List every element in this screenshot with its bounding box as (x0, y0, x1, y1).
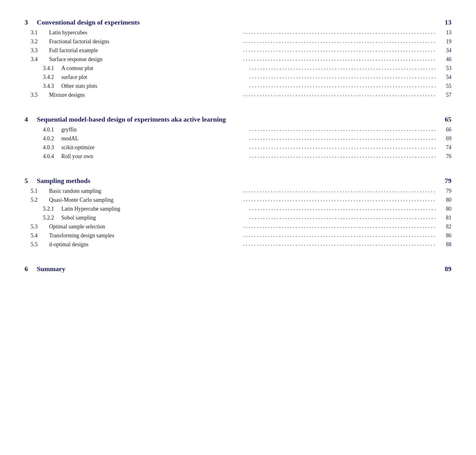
entry-5-1-page: 79 (439, 188, 451, 194)
entry-5-5-title: d-optimal designs (49, 241, 241, 248)
toc-entry-3-2: 3.2 Fractional factorial designs 19 (25, 38, 451, 45)
entry-4-0-1-page: 66 (439, 126, 451, 133)
toc-entry-4-0-1: 4.0.1 gryffin 66 (25, 126, 451, 133)
chapter-5-heading: 5 Sampling methods 79 (25, 177, 451, 185)
chapter-6-title: Summary (37, 265, 439, 273)
entry-4-0-4-page: 76 (439, 153, 451, 160)
entry-5-3-title: Optimal sample selection (49, 224, 241, 230)
chapter-4-title: Sequential model-based design of experim… (37, 115, 439, 123)
entry-4-0-3-page: 74 (439, 144, 451, 151)
entry-3-4-1-page: 53 (439, 65, 451, 72)
toc-entry-5-2-1: 5.2.1 Latin Hypercube sampling 80 (25, 206, 451, 212)
entry-3-4-3-title: Other stats plots (61, 83, 248, 89)
entry-4-0-2-num: 4.0.2 (25, 135, 61, 142)
toc-entry-3-4: 3.4 Surface response design 46 (25, 56, 451, 63)
entry-3-4-3-page: 55 (439, 83, 451, 89)
entry-3-4-3-num: 3.4.3 (25, 83, 61, 89)
toc-entry-3-4-3: 3.4.3 Other stats plots 55 (25, 83, 451, 89)
entry-3-1-page: 13 (439, 29, 451, 36)
toc-entry-5-2: 5.2 Quasi-Monte Carlo sampling 80 (25, 197, 451, 203)
chapter-5-title: Sampling methods (37, 177, 439, 185)
entry-3-4-num: 3.4 (25, 56, 49, 63)
entry-3-3-num: 3.3 (25, 47, 49, 54)
chapter-6-page: 89 (445, 265, 451, 273)
entry-5-2-2-dots (249, 214, 436, 220)
entry-3-1-dots (243, 29, 436, 35)
chapter-3-page: 13 (445, 18, 451, 26)
entry-5-2-title: Quasi-Monte Carlo sampling (49, 197, 241, 203)
toc-chapter-6: 6 Summary 89 (25, 265, 451, 273)
entry-3-4-2-num: 3.4.2 (25, 74, 61, 80)
entry-5-3-dots (243, 223, 436, 229)
entry-3-4-3-dots (249, 82, 436, 89)
toc-entry-5-4: 5.4 Transforming design samples 86 (25, 232, 451, 239)
chapter-3-num: 3 (25, 18, 37, 26)
entry-5-4-title: Transforming design samples (49, 232, 241, 239)
entry-4-0-3-num: 4.0.3 (25, 144, 61, 151)
table-of-contents: 3 Conventional design of experiments 13 … (25, 12, 451, 289)
entry-5-5-num: 5.5 (25, 241, 49, 248)
chapter-4-num: 4 (25, 115, 37, 123)
entry-4-0-4-num: 4.0.4 (25, 153, 61, 160)
entry-4-0-1-title: gryffin (61, 126, 248, 133)
entry-3-3-title: Full factorial example (49, 47, 241, 54)
entry-4-0-1-dots (249, 126, 436, 132)
toc-chapter-3: 3 Conventional design of experiments 13 … (25, 18, 451, 98)
entry-3-4-1-num: 3.4.1 (25, 65, 61, 72)
chapter-3-title: Conventional design of experiments (37, 18, 439, 26)
entry-3-4-title: Surface response design (49, 56, 241, 63)
entry-3-2-num: 3.2 (25, 38, 49, 45)
entry-5-1-title: Basic random sampling (49, 188, 241, 194)
toc-entry-4-0-4: 4.0.4 Roll your own 76 (25, 153, 451, 160)
entry-5-2-page: 80 (439, 197, 451, 203)
entry-3-4-2-page: 54 (439, 74, 451, 80)
entry-4-0-1-num: 4.0.1 (25, 126, 61, 133)
entry-5-5-dots (243, 241, 436, 247)
entry-3-2-dots (243, 38, 436, 44)
entry-3-4-1-dots (249, 64, 436, 71)
chapter-3-heading: 3 Conventional design of experiments 13 (25, 18, 451, 26)
entry-4-0-2-dots (249, 135, 436, 141)
entry-5-2-1-dots (249, 205, 436, 212)
entry-3-4-2-dots (249, 73, 436, 80)
entry-4-0-3-dots (249, 144, 436, 150)
toc-entry-4-0-2: 4.0.2 modAL 69 (25, 135, 451, 142)
entry-3-3-dots (243, 47, 436, 53)
entry-4-0-4-dots (249, 153, 436, 159)
entry-3-3-page: 34 (439, 47, 451, 54)
entry-5-2-2-page: 81 (439, 215, 451, 221)
entry-3-4-1-title: A contour plot (61, 65, 248, 72)
toc-entry-3-1: 3.1 Latin hypercubes 13 (25, 29, 451, 36)
entry-5-2-1-title: Latin Hypercube sampling (61, 206, 248, 212)
entry-5-1-dots (243, 187, 436, 194)
entry-5-4-dots (243, 232, 436, 238)
toc-entry-5-3: 5.3 Optimal sample selection 82 (25, 224, 451, 230)
entry-5-2-2-num: 5.2.2 (25, 215, 61, 221)
entry-5-2-1-page: 80 (439, 206, 451, 212)
chapter-5-page: 79 (445, 177, 451, 185)
toc-entry-3-5: 3.5 Mixture designs 57 (25, 92, 451, 98)
toc-entry-3-4-1: 3.4.1 A contour plot 53 (25, 65, 451, 72)
entry-4-0-2-title: modAL (61, 135, 248, 142)
entry-3-5-title: Mixture designs (49, 92, 241, 98)
entry-3-2-page: 19 (439, 38, 451, 45)
chapter-6-heading: 6 Summary 89 (25, 265, 451, 273)
entry-5-4-page: 86 (439, 232, 451, 239)
entry-5-5-page: 88 (439, 241, 451, 248)
toc-entry-5-5: 5.5 d-optimal designs 88 (25, 241, 451, 248)
toc-chapter-5: 5 Sampling methods 79 5.1 Basic random s… (25, 177, 451, 248)
entry-5-3-num: 5.3 (25, 224, 49, 230)
entry-5-2-dots (243, 196, 436, 203)
entry-5-1-num: 5.1 (25, 188, 49, 194)
toc-entry-3-4-2: 3.4.2 surface plot 54 (25, 74, 451, 80)
entry-5-4-num: 5.4 (25, 232, 49, 239)
toc-entry-5-2-2: 5.2.2 Sobol sampling 81 (25, 215, 451, 221)
entry-3-5-page: 57 (439, 92, 451, 98)
entry-4-0-3-title: scikit-optimize (61, 144, 248, 151)
entry-4-0-2-page: 69 (439, 135, 451, 142)
entry-3-1-num: 3.1 (25, 29, 49, 36)
chapter-4-page: 65 (445, 115, 451, 123)
entry-3-4-page: 46 (439, 56, 451, 63)
entry-5-2-num: 5.2 (25, 197, 49, 203)
entry-5-3-page: 82 (439, 224, 451, 230)
